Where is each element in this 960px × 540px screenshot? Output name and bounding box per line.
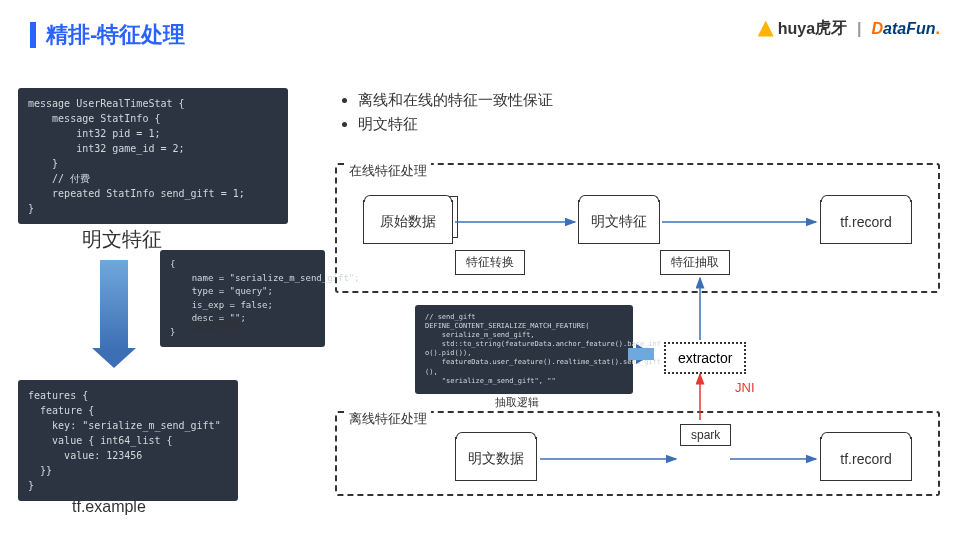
code-query: { name = "serialize_m_send_gift"; type =… [160, 250, 325, 347]
online-region-label: 在线特征处理 [345, 162, 431, 180]
label-extract-logic: 抽取逻辑 [495, 395, 539, 410]
slide-title: 精排-特征处理 [30, 20, 185, 50]
label-jni: JNI [735, 380, 755, 395]
huya-logo: huya 虎牙 [758, 18, 847, 39]
offline-region-label: 离线特征处理 [345, 410, 431, 428]
huya-text-en: huya [778, 20, 815, 38]
box-spark: spark [680, 424, 731, 446]
datafun-d: D [872, 20, 884, 37]
bullet-1: 离线和在线的特征一致性保证 [358, 88, 553, 112]
box-tfrecord-online: tf.record [820, 200, 912, 244]
box-feature-extract: 特征抽取 [660, 250, 730, 275]
code-extract-logic: // send_gift DEFINE_CONTENT_SERIALIZE_MA… [415, 305, 633, 394]
box-tfrecord-offline: tf.record [820, 437, 912, 481]
bullet-list: 离线和在线的特征一致性保证 明文特征 [340, 88, 553, 136]
huya-text-cn: 虎牙 [815, 18, 847, 39]
down-arrow-icon [100, 260, 128, 350]
box-plain-feature: 明文特征 [578, 200, 660, 244]
datafun-dot: . [936, 20, 940, 37]
title-text: 精排-特征处理 [46, 20, 185, 50]
box-plain-data: 明文数据 [455, 437, 537, 481]
logo-separator: | [857, 20, 861, 38]
right-arrow-icon [636, 344, 654, 364]
datafun-rest: ataFun [883, 20, 935, 37]
code-features: features { feature { key: "serialize_m_s… [18, 380, 238, 501]
datafun-logo: DataFun. [872, 20, 940, 38]
huya-icon [758, 21, 774, 37]
label-plain-feature: 明文特征 [82, 226, 162, 253]
box-extractor: extractor [664, 342, 746, 374]
label-tf-example: tf.example [72, 498, 146, 516]
bullet-2: 明文特征 [358, 112, 553, 136]
title-accent-bar [30, 22, 36, 48]
code-proto: message UserRealTimeStat { message StatI… [18, 88, 288, 224]
box-feature-convert: 特征转换 [455, 250, 525, 275]
box-raw-data: 原始数据 [363, 200, 453, 244]
logo-group: huya 虎牙 | DataFun. [758, 18, 940, 39]
label-algo-use: 算法使用 [192, 318, 240, 335]
